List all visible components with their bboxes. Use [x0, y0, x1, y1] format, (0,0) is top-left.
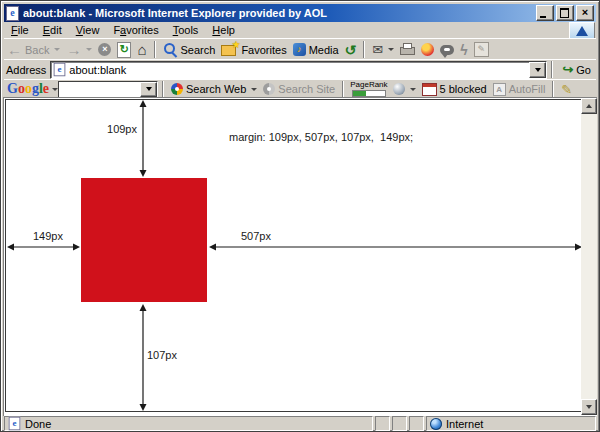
- pagerank-indicator[interactable]: PageRank: [348, 81, 389, 97]
- search-web-button[interactable]: Search Web: [168, 79, 260, 99]
- media-icon: ♪: [293, 43, 306, 56]
- pagerank-label: PageRank: [350, 81, 387, 89]
- favorites-button[interactable]: Favorites: [218, 40, 289, 60]
- refresh-icon: ↻: [117, 42, 131, 58]
- search-button[interactable]: Search: [160, 40, 219, 60]
- back-button[interactable]: ← Back: [4, 40, 63, 60]
- menu-help[interactable]: Help: [205, 24, 242, 36]
- go-button[interactable]: ↪ Go: [557, 61, 596, 79]
- scroll-down-button[interactable]: [581, 399, 597, 415]
- status-pane: e Done: [4, 416, 373, 431]
- address-input[interactable]: [69, 63, 526, 76]
- favorites-icon: [221, 43, 238, 56]
- left-margin-label: 149px: [25, 230, 71, 242]
- go-arrow-icon: ↪: [562, 63, 573, 76]
- google-logo[interactable]: G o o g l e: [4, 81, 50, 97]
- browser-window: e about:blank - Microsoft Internet Explo…: [0, 0, 600, 432]
- status-pane-empty: [375, 416, 390, 431]
- forward-dropdown-icon[interactable]: [86, 48, 92, 51]
- menu-bar: File Edit View Favorites Tools Help: [4, 23, 569, 37]
- status-pane-empty: [409, 416, 424, 431]
- google-search-input[interactable]: [59, 82, 140, 96]
- highlighter-pen-icon: ✎: [561, 82, 572, 97]
- info-dropdown-icon[interactable]: [410, 88, 416, 91]
- restore-button[interactable]: [556, 5, 574, 21]
- minimize-button[interactable]: [536, 5, 554, 21]
- internet-globe-icon: [430, 418, 442, 430]
- right-margin-label: 507px: [232, 230, 280, 242]
- address-dropdown-button[interactable]: [529, 62, 546, 78]
- edit-button[interactable]: ✎: [471, 40, 492, 60]
- chevron-down-icon: [535, 68, 541, 72]
- autofill-icon: A: [493, 83, 506, 96]
- toolbar-separator: [551, 61, 553, 78]
- home-button[interactable]: ⌂: [134, 40, 149, 60]
- google-toolbar: G o o g l e Search Web Search Site PageR…: [4, 79, 596, 98]
- history-button[interactable]: ↺: [342, 40, 360, 60]
- aol-triangle-icon: [576, 26, 588, 36]
- restore-icon: [560, 8, 569, 18]
- pagerank-bar: [352, 90, 386, 97]
- google-ball-icon: [171, 83, 183, 95]
- quick-connect-button[interactable]: ϟ: [457, 40, 470, 60]
- autofill-button[interactable]: A AutoFill: [490, 79, 549, 99]
- page-info-button[interactable]: [390, 79, 419, 99]
- menu-view[interactable]: View: [69, 24, 107, 36]
- stop-button[interactable]: ×: [95, 40, 114, 60]
- close-button[interactable]: ×: [576, 5, 594, 21]
- popup-blocked-icon: [422, 83, 437, 96]
- search-web-label: Search Web: [186, 83, 246, 95]
- red-margin-box: [81, 178, 207, 302]
- search-icon: [163, 42, 178, 57]
- status-bar: e Done Internet: [4, 416, 596, 431]
- forward-arrow-icon: →: [66, 43, 81, 57]
- stop-icon: ×: [98, 43, 111, 56]
- status-pane-empty: [392, 416, 407, 431]
- google-search-box: [58, 81, 158, 98]
- window-title: about:blank - Microsoft Internet Explore…: [23, 7, 536, 19]
- menu-tools[interactable]: Tools: [166, 24, 206, 36]
- margin-css-text: margin: 109px, 507px, 107px, 149px;: [229, 131, 413, 143]
- menu-favorites[interactable]: Favorites: [106, 24, 165, 36]
- mail-icon: ✉: [372, 43, 383, 56]
- messenger-button[interactable]: [437, 40, 457, 60]
- aol-logo: [569, 22, 595, 39]
- forward-button[interactable]: →: [63, 40, 95, 60]
- pagerank-fill: [353, 91, 366, 96]
- ie-document-icon: e: [6, 6, 19, 21]
- toolbar-separator: [342, 81, 344, 98]
- title-bar: e about:blank - Microsoft Internet Explo…: [4, 4, 596, 22]
- triangle-up-icon: [586, 104, 592, 108]
- google-ball-gray-icon: [263, 83, 275, 95]
- standard-toolbar: ← Back → × ↻ ⌂ Search Favorites ♪ Media …: [4, 38, 596, 60]
- media-label: Media: [309, 44, 339, 56]
- highlight-button[interactable]: ✎: [558, 79, 575, 99]
- menu-edit[interactable]: Edit: [36, 24, 69, 36]
- zone-text: Internet: [446, 418, 483, 430]
- google-search-dropdown[interactable]: [140, 82, 157, 97]
- media-button[interactable]: ♪ Media: [290, 40, 342, 60]
- chevron-down-icon: [146, 87, 152, 91]
- refresh-button[interactable]: ↻: [114, 40, 134, 60]
- toolbar-separator: [363, 41, 365, 58]
- back-label: Back: [25, 44, 49, 56]
- mail-dropdown-icon[interactable]: [388, 48, 394, 51]
- address-label: Address: [4, 64, 50, 76]
- status-text: Done: [25, 418, 51, 430]
- aim-button[interactable]: [418, 40, 437, 60]
- toolbar-separator: [552, 81, 554, 98]
- security-zone-pane: Internet: [426, 416, 596, 431]
- popup-blocker-button[interactable]: 5 blocked: [419, 79, 490, 99]
- blocked-count-label: 5 blocked: [440, 83, 487, 95]
- print-button[interactable]: [397, 40, 418, 60]
- mail-button[interactable]: ✉: [369, 40, 397, 60]
- menu-file[interactable]: File: [4, 24, 36, 36]
- search-site-button[interactable]: Search Site: [260, 79, 338, 99]
- minimize-icon: [540, 16, 546, 18]
- scroll-up-button[interactable]: [581, 98, 597, 114]
- lightning-icon: ϟ: [460, 43, 467, 57]
- search-web-dropdown-icon[interactable]: [251, 88, 257, 91]
- vertical-scrollbar[interactable]: [581, 98, 597, 415]
- back-dropdown-icon[interactable]: [54, 48, 60, 51]
- print-icon: [400, 43, 415, 56]
